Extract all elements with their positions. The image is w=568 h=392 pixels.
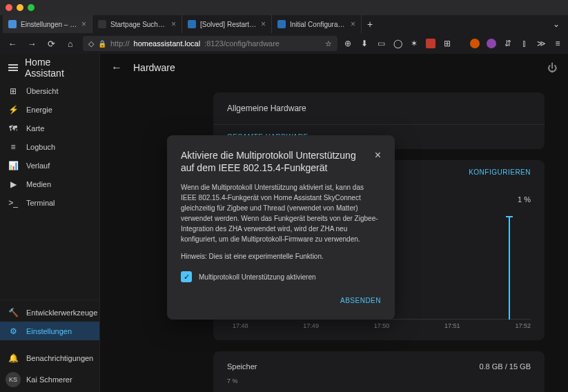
dialog-note: Hinweis: Dies ist eine experimentelle Fu… [181,253,381,260]
dialog-header: Aktiviere die Multiprotokoll Unterstützu… [181,149,381,174]
multiprotocol-dialog: Aktiviere die Multiprotokoll Unterstützu… [167,135,395,320]
dialog-body: Wenn die Multiprotokoll Unterstützung ak… [181,182,381,244]
checkbox-row: ✓ Multiprotokoll Unterstützung aktiviere… [181,271,381,282]
dialog-title: Aktiviere die Multiprotokoll Unterstützu… [181,149,366,174]
close-icon[interactable]: × [366,149,381,161]
checkbox-label: Multiprotokoll Unterstützung aktivieren [199,273,316,281]
submit-button[interactable]: ABSENDEN [340,297,381,304]
dialog-actions: ABSENDEN [181,293,381,306]
dialog-backdrop: Aktiviere die Multiprotokoll Unterstützu… [0,0,568,392]
multiprotocol-checkbox[interactable]: ✓ [181,271,192,282]
